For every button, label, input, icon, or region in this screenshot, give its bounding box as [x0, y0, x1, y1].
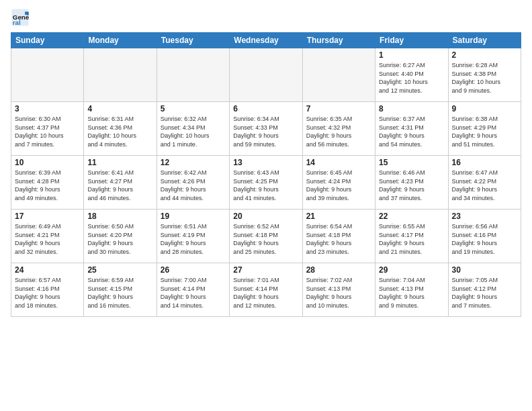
day-info: Sunrise: 6:59 AM Sunset: 4:15 PM Dayligh…	[87, 276, 152, 310]
day-cell: 19Sunrise: 6:51 AM Sunset: 4:19 PM Dayli…	[157, 210, 229, 263]
day-info: Sunrise: 6:51 AM Sunset: 4:19 PM Dayligh…	[161, 222, 226, 256]
day-info: Sunrise: 7:01 AM Sunset: 4:14 PM Dayligh…	[233, 276, 298, 310]
page-header: Gene ral	[11, 8, 521, 27]
day-info: Sunrise: 6:41 AM Sunset: 4:27 PM Dayligh…	[87, 169, 152, 202]
day-cell: 3Sunrise: 6:30 AM Sunset: 4:37 PM Daylig…	[11, 102, 84, 156]
day-cell: 18Sunrise: 6:50 AM Sunset: 4:20 PM Dayli…	[84, 210, 157, 263]
day-info: Sunrise: 6:46 AM Sunset: 4:23 PM Dayligh…	[379, 169, 444, 202]
day-info: Sunrise: 6:57 AM Sunset: 4:16 PM Dayligh…	[15, 276, 80, 310]
day-number: 22	[379, 212, 444, 221]
day-cell: 20Sunrise: 6:52 AM Sunset: 4:18 PM Dayli…	[230, 210, 302, 263]
col-header-thursday: Thursday	[302, 33, 375, 48]
day-number: 7	[306, 104, 371, 113]
day-number: 24	[15, 265, 80, 275]
day-info: Sunrise: 6:52 AM Sunset: 4:18 PM Dayligh…	[233, 222, 298, 256]
day-cell: 24Sunrise: 6:57 AM Sunset: 4:16 PM Dayli…	[11, 263, 84, 317]
day-number: 23	[452, 212, 517, 221]
day-info: Sunrise: 6:55 AM Sunset: 4:17 PM Dayligh…	[379, 222, 444, 256]
day-number: 20	[233, 212, 298, 221]
day-cell	[11, 48, 84, 102]
day-number: 13	[233, 158, 298, 167]
day-cell: 28Sunrise: 7:02 AM Sunset: 4:13 PM Dayli…	[302, 263, 375, 317]
day-info: Sunrise: 6:39 AM Sunset: 4:28 PM Dayligh…	[15, 169, 80, 202]
day-info: Sunrise: 6:34 AM Sunset: 4:33 PM Dayligh…	[233, 115, 298, 148]
day-cell: 25Sunrise: 6:59 AM Sunset: 4:15 PM Dayli…	[84, 263, 157, 317]
day-number: 16	[452, 158, 517, 167]
logo-icon: Gene ral	[11, 8, 30, 27]
day-cell	[302, 48, 375, 102]
day-info: Sunrise: 6:37 AM Sunset: 4:31 PM Dayligh…	[379, 115, 444, 148]
day-info: Sunrise: 6:38 AM Sunset: 4:29 PM Dayligh…	[452, 115, 517, 148]
day-cell: 16Sunrise: 6:47 AM Sunset: 4:22 PM Dayli…	[448, 156, 521, 210]
calendar-header-row: SundayMondayTuesdayWednesdayThursdayFrid…	[11, 33, 521, 48]
day-info: Sunrise: 7:00 AM Sunset: 4:14 PM Dayligh…	[161, 276, 226, 310]
day-cell: 17Sunrise: 6:49 AM Sunset: 4:21 PM Dayli…	[11, 210, 84, 263]
day-number: 5	[161, 104, 226, 113]
day-number: 29	[379, 265, 444, 275]
day-number: 6	[233, 104, 298, 113]
day-info: Sunrise: 6:50 AM Sunset: 4:20 PM Dayligh…	[87, 222, 152, 256]
day-info: Sunrise: 6:54 AM Sunset: 4:18 PM Dayligh…	[306, 222, 371, 256]
day-number: 4	[87, 104, 152, 113]
day-number: 11	[87, 158, 152, 167]
day-cell: 2Sunrise: 6:28 AM Sunset: 4:38 PM Daylig…	[448, 48, 521, 102]
day-cell: 21Sunrise: 6:54 AM Sunset: 4:18 PM Dayli…	[302, 210, 375, 263]
day-number: 25	[87, 265, 152, 275]
day-info: Sunrise: 6:47 AM Sunset: 4:22 PM Dayligh…	[452, 169, 517, 202]
day-info: Sunrise: 6:42 AM Sunset: 4:26 PM Dayligh…	[161, 169, 226, 202]
day-info: Sunrise: 6:49 AM Sunset: 4:21 PM Dayligh…	[15, 222, 80, 256]
col-header-tuesday: Tuesday	[157, 33, 229, 48]
day-info: Sunrise: 6:45 AM Sunset: 4:24 PM Dayligh…	[306, 169, 371, 202]
day-number: 30	[452, 265, 517, 275]
day-number: 14	[306, 158, 371, 167]
day-number: 26	[161, 265, 226, 275]
day-cell: 6Sunrise: 6:34 AM Sunset: 4:33 PM Daylig…	[230, 102, 302, 156]
day-info: Sunrise: 6:43 AM Sunset: 4:25 PM Dayligh…	[233, 169, 298, 202]
day-cell: 5Sunrise: 6:32 AM Sunset: 4:34 PM Daylig…	[157, 102, 229, 156]
day-cell: 23Sunrise: 6:56 AM Sunset: 4:16 PM Dayli…	[448, 210, 521, 263]
col-header-saturday: Saturday	[448, 33, 521, 48]
day-cell: 29Sunrise: 7:04 AM Sunset: 4:13 PM Dayli…	[375, 263, 448, 317]
day-cell: 8Sunrise: 6:37 AM Sunset: 4:31 PM Daylig…	[375, 102, 448, 156]
col-header-friday: Friday	[375, 33, 448, 48]
day-cell: 12Sunrise: 6:42 AM Sunset: 4:26 PM Dayli…	[157, 156, 229, 210]
day-number: 10	[15, 158, 80, 167]
day-cell	[230, 48, 302, 102]
day-number: 21	[306, 212, 371, 221]
day-cell: 26Sunrise: 7:00 AM Sunset: 4:14 PM Dayli…	[157, 263, 229, 317]
day-cell	[157, 48, 229, 102]
day-info: Sunrise: 6:31 AM Sunset: 4:36 PM Dayligh…	[87, 115, 152, 148]
calendar: SundayMondayTuesdayWednesdayThursdayFrid…	[11, 32, 521, 317]
day-info: Sunrise: 6:35 AM Sunset: 4:32 PM Dayligh…	[306, 115, 371, 148]
day-number: 9	[452, 104, 517, 113]
day-number: 18	[87, 212, 152, 221]
day-info: Sunrise: 6:27 AM Sunset: 4:40 PM Dayligh…	[379, 61, 444, 95]
week-row-4: 17Sunrise: 6:49 AM Sunset: 4:21 PM Dayli…	[11, 210, 521, 263]
day-info: Sunrise: 7:02 AM Sunset: 4:13 PM Dayligh…	[306, 276, 371, 310]
col-header-monday: Monday	[84, 33, 157, 48]
day-number: 8	[379, 104, 444, 113]
day-number: 12	[161, 158, 226, 167]
day-cell: 22Sunrise: 6:55 AM Sunset: 4:17 PM Dayli…	[375, 210, 448, 263]
day-number: 19	[161, 212, 226, 221]
week-row-2: 3Sunrise: 6:30 AM Sunset: 4:37 PM Daylig…	[11, 102, 521, 156]
week-row-5: 24Sunrise: 6:57 AM Sunset: 4:16 PM Dayli…	[11, 263, 521, 317]
day-number: 3	[15, 104, 80, 113]
week-row-3: 10Sunrise: 6:39 AM Sunset: 4:28 PM Dayli…	[11, 156, 521, 210]
day-info: Sunrise: 6:56 AM Sunset: 4:16 PM Dayligh…	[452, 222, 517, 256]
week-row-1: 1Sunrise: 6:27 AM Sunset: 4:40 PM Daylig…	[11, 48, 521, 102]
day-cell: 27Sunrise: 7:01 AM Sunset: 4:14 PM Dayli…	[230, 263, 302, 317]
logo: Gene ral	[11, 8, 32, 27]
day-info: Sunrise: 6:30 AM Sunset: 4:37 PM Dayligh…	[15, 115, 80, 148]
day-number: 2	[452, 50, 517, 60]
day-cell: 14Sunrise: 6:45 AM Sunset: 4:24 PM Dayli…	[302, 156, 375, 210]
day-cell: 4Sunrise: 6:31 AM Sunset: 4:36 PM Daylig…	[84, 102, 157, 156]
day-cell: 9Sunrise: 6:38 AM Sunset: 4:29 PM Daylig…	[448, 102, 521, 156]
day-info: Sunrise: 6:28 AM Sunset: 4:38 PM Dayligh…	[452, 61, 517, 95]
day-cell: 15Sunrise: 6:46 AM Sunset: 4:23 PM Dayli…	[375, 156, 448, 210]
day-cell: 30Sunrise: 7:05 AM Sunset: 4:12 PM Dayli…	[448, 263, 521, 317]
day-number: 15	[379, 158, 444, 167]
svg-text:ral: ral	[13, 19, 21, 26]
day-cell: 7Sunrise: 6:35 AM Sunset: 4:32 PM Daylig…	[302, 102, 375, 156]
col-header-sunday: Sunday	[11, 33, 84, 48]
